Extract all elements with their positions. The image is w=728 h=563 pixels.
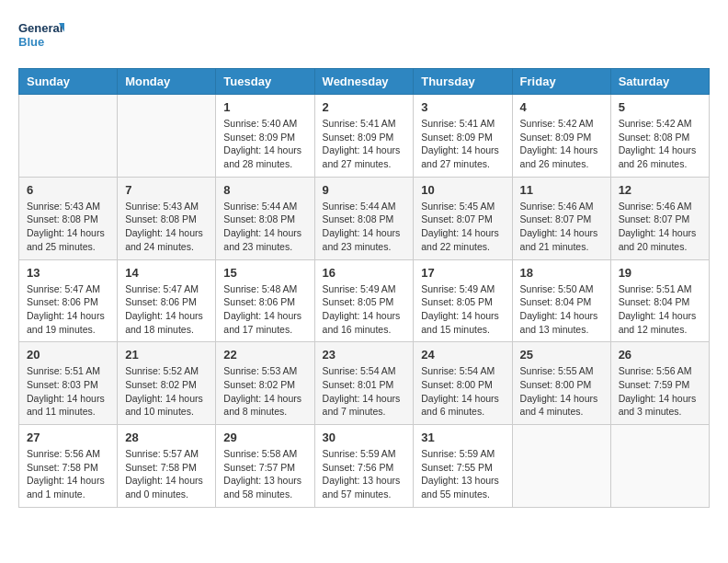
- calendar-week-row: 13Sunrise: 5:47 AMSunset: 8:06 PMDayligh…: [19, 259, 710, 342]
- day-info: Sunrise: 5:46 AMSunset: 8:07 PMDaylight:…: [619, 200, 701, 254]
- day-number: 13: [27, 266, 109, 280]
- day-number: 3: [421, 100, 504, 114]
- day-info: Sunrise: 5:42 AMSunset: 8:08 PMDaylight:…: [619, 117, 701, 171]
- calendar-cell: 14Sunrise: 5:47 AMSunset: 8:06 PMDayligh…: [118, 259, 216, 342]
- day-info: Sunrise: 5:43 AMSunset: 8:08 PMDaylight:…: [125, 200, 208, 254]
- day-info: Sunrise: 5:52 AMSunset: 8:02 PMDaylight:…: [125, 364, 208, 419]
- day-info: Sunrise: 5:47 AMSunset: 8:06 PMDaylight:…: [125, 282, 208, 337]
- day-info: Sunrise: 5:54 AMSunset: 8:00 PMDaylight:…: [421, 364, 504, 419]
- calendar-cell: 9Sunrise: 5:44 AMSunset: 8:08 PMDaylight…: [314, 177, 414, 259]
- calendar-cell: 19Sunrise: 5:51 AMSunset: 8:04 PMDayligh…: [610, 259, 709, 342]
- day-number: 7: [125, 183, 208, 197]
- day-number: 9: [323, 183, 406, 197]
- day-number: 31: [421, 431, 504, 444]
- day-info: Sunrise: 5:49 AMSunset: 8:05 PMDaylight:…: [421, 282, 504, 337]
- day-number: 10: [421, 183, 504, 197]
- calendar-cell: 31Sunrise: 5:59 AMSunset: 7:55 PMDayligh…: [414, 425, 512, 508]
- calendar-cell: 11Sunrise: 5:46 AMSunset: 8:07 PMDayligh…: [512, 177, 610, 259]
- calendar-week-row: 1Sunrise: 5:40 AMSunset: 8:09 PMDaylight…: [19, 95, 710, 178]
- day-number: 16: [323, 266, 406, 280]
- calendar-cell: 16Sunrise: 5:49 AMSunset: 8:05 PMDayligh…: [314, 259, 414, 342]
- svg-text:Blue: Blue: [18, 35, 44, 49]
- calendar-cell: 2Sunrise: 5:41 AMSunset: 8:09 PMDaylight…: [314, 95, 414, 178]
- day-info: Sunrise: 5:40 AMSunset: 8:09 PMDaylight:…: [223, 117, 306, 171]
- calendar-week-row: 6Sunrise: 5:43 AMSunset: 8:08 PMDaylight…: [19, 177, 710, 259]
- day-number: 11: [520, 183, 603, 197]
- day-info: Sunrise: 5:53 AMSunset: 8:02 PMDaylight:…: [223, 364, 306, 419]
- calendar-cell: 24Sunrise: 5:54 AMSunset: 8:00 PMDayligh…: [414, 342, 512, 425]
- day-number: 17: [421, 266, 504, 280]
- day-number: 25: [520, 348, 603, 362]
- day-info: Sunrise: 5:55 AMSunset: 8:00 PMDaylight:…: [520, 364, 603, 419]
- day-number: 26: [619, 348, 701, 362]
- day-number: 2: [323, 100, 406, 114]
- day-info: Sunrise: 5:45 AMSunset: 8:07 PMDaylight:…: [421, 200, 504, 254]
- day-info: Sunrise: 5:43 AMSunset: 8:08 PMDaylight:…: [27, 200, 109, 254]
- day-number: 22: [223, 348, 306, 362]
- day-number: 23: [323, 348, 406, 362]
- day-info: Sunrise: 5:42 AMSunset: 8:09 PMDaylight:…: [520, 117, 603, 171]
- calendar-cell: [512, 425, 610, 508]
- day-info: Sunrise: 5:51 AMSunset: 8:03 PMDaylight:…: [27, 364, 109, 419]
- calendar-cell: 30Sunrise: 5:59 AMSunset: 7:56 PMDayligh…: [314, 425, 414, 508]
- calendar-cell: 13Sunrise: 5:47 AMSunset: 8:06 PMDayligh…: [19, 259, 118, 342]
- day-number: 28: [125, 431, 208, 444]
- calendar-cell: 26Sunrise: 5:56 AMSunset: 7:59 PMDayligh…: [610, 342, 709, 425]
- day-info: Sunrise: 5:44 AMSunset: 8:08 PMDaylight:…: [323, 200, 406, 254]
- day-info: Sunrise: 5:51 AMSunset: 8:04 PMDaylight:…: [619, 282, 701, 337]
- day-number: 20: [27, 348, 109, 362]
- logo-svg: General Blue: [18, 18, 64, 53]
- calendar-week-row: 20Sunrise: 5:51 AMSunset: 8:03 PMDayligh…: [19, 342, 710, 425]
- weekday-header: Wednesday: [314, 69, 414, 95]
- day-info: Sunrise: 5:58 AMSunset: 7:57 PMDaylight:…: [223, 447, 306, 501]
- weekday-header: Tuesday: [216, 69, 314, 95]
- day-number: 14: [125, 266, 208, 280]
- calendar-cell: 8Sunrise: 5:44 AMSunset: 8:08 PMDaylight…: [216, 177, 314, 259]
- day-number: 30: [323, 431, 406, 444]
- calendar-cell: 21Sunrise: 5:52 AMSunset: 8:02 PMDayligh…: [118, 342, 216, 425]
- weekday-header: Monday: [118, 69, 216, 95]
- weekday-header: Friday: [512, 69, 610, 95]
- svg-text:General: General: [18, 21, 63, 35]
- weekday-header-row: SundayMondayTuesdayWednesdayThursdayFrid…: [19, 69, 710, 95]
- calendar-cell: 3Sunrise: 5:41 AMSunset: 8:09 PMDaylight…: [414, 95, 512, 178]
- calendar-cell: 23Sunrise: 5:54 AMSunset: 8:01 PMDayligh…: [314, 342, 414, 425]
- calendar-cell: 1Sunrise: 5:40 AMSunset: 8:09 PMDaylight…: [216, 95, 314, 178]
- calendar-cell: 18Sunrise: 5:50 AMSunset: 8:04 PMDayligh…: [512, 259, 610, 342]
- day-info: Sunrise: 5:41 AMSunset: 8:09 PMDaylight:…: [323, 117, 406, 171]
- day-number: 5: [619, 100, 701, 114]
- day-number: 8: [223, 183, 306, 197]
- day-number: 21: [125, 348, 208, 362]
- day-number: 19: [619, 266, 701, 280]
- day-number: 15: [223, 266, 306, 280]
- day-info: Sunrise: 5:56 AMSunset: 7:58 PMDaylight:…: [27, 447, 109, 501]
- day-info: Sunrise: 5:44 AMSunset: 8:08 PMDaylight:…: [223, 200, 306, 254]
- calendar-cell: 15Sunrise: 5:48 AMSunset: 8:06 PMDayligh…: [216, 259, 314, 342]
- day-info: Sunrise: 5:57 AMSunset: 7:58 PMDaylight:…: [125, 447, 208, 501]
- page-header: General Blue: [18, 18, 710, 53]
- calendar-cell: 22Sunrise: 5:53 AMSunset: 8:02 PMDayligh…: [216, 342, 314, 425]
- calendar-cell: 17Sunrise: 5:49 AMSunset: 8:05 PMDayligh…: [414, 259, 512, 342]
- day-number: 1: [223, 100, 306, 114]
- calendar-cell: [19, 95, 118, 178]
- day-info: Sunrise: 5:41 AMSunset: 8:09 PMDaylight:…: [421, 117, 504, 171]
- day-number: 6: [27, 183, 109, 197]
- calendar-week-row: 27Sunrise: 5:56 AMSunset: 7:58 PMDayligh…: [19, 425, 710, 508]
- calendar-cell: 12Sunrise: 5:46 AMSunset: 8:07 PMDayligh…: [610, 177, 709, 259]
- day-number: 27: [27, 431, 109, 444]
- calendar-cell: 4Sunrise: 5:42 AMSunset: 8:09 PMDaylight…: [512, 95, 610, 178]
- logo: General Blue: [18, 18, 64, 53]
- weekday-header: Sunday: [19, 69, 118, 95]
- day-info: Sunrise: 5:59 AMSunset: 7:55 PMDaylight:…: [421, 447, 504, 501]
- day-info: Sunrise: 5:56 AMSunset: 7:59 PMDaylight:…: [619, 364, 701, 419]
- calendar-table: SundayMondayTuesdayWednesdayThursdayFrid…: [18, 68, 710, 508]
- day-info: Sunrise: 5:49 AMSunset: 8:05 PMDaylight:…: [323, 282, 406, 337]
- day-info: Sunrise: 5:47 AMSunset: 8:06 PMDaylight:…: [27, 282, 109, 337]
- calendar-cell: 20Sunrise: 5:51 AMSunset: 8:03 PMDayligh…: [19, 342, 118, 425]
- calendar-cell: 10Sunrise: 5:45 AMSunset: 8:07 PMDayligh…: [414, 177, 512, 259]
- calendar-cell: [118, 95, 216, 178]
- calendar-cell: [610, 425, 709, 508]
- day-number: 4: [520, 100, 603, 114]
- day-number: 29: [223, 431, 306, 444]
- weekday-header: Saturday: [610, 69, 709, 95]
